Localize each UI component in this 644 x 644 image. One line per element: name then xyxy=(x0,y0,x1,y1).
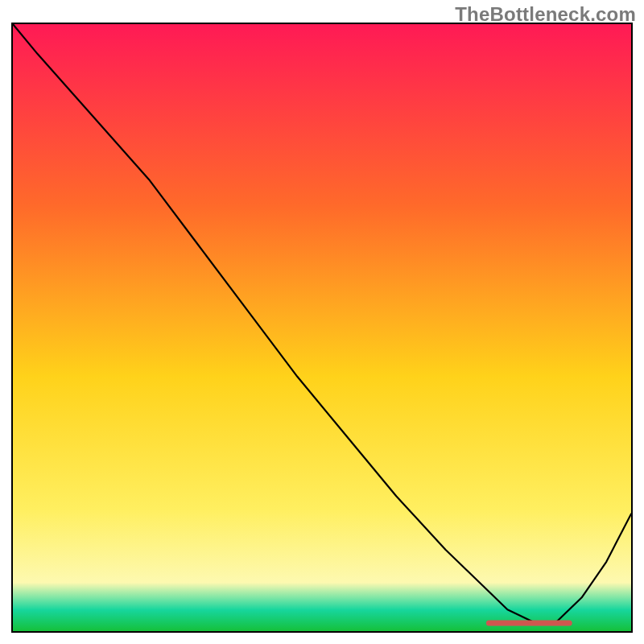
plot-svg xyxy=(13,24,631,631)
plot-frame xyxy=(11,23,633,633)
chart-container: TheBottleneck.com xyxy=(0,0,644,644)
gradient-background xyxy=(13,24,631,631)
